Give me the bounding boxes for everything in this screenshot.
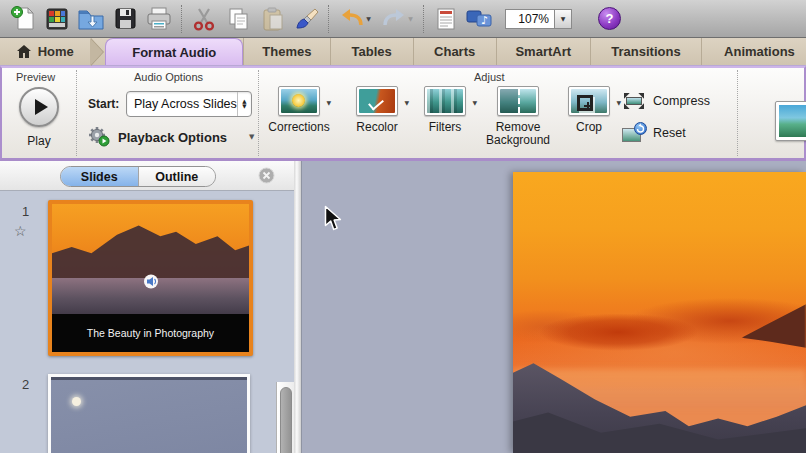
media-browser-icon: ♪ <box>465 6 495 32</box>
tab-transitions[interactable]: Transitions <box>590 38 701 65</box>
presentation-gallery-icon <box>44 6 70 32</box>
compress-button[interactable]: Compress <box>622 92 710 110</box>
close-icon <box>258 167 275 184</box>
audio-speaker-icon <box>143 274 159 289</box>
tab-label: Format Audio <box>132 45 216 60</box>
corrections-dropdown-arrow[interactable]: ▼ <box>326 99 331 106</box>
zoom-dropdown-button[interactable]: ▼ <box>555 9 572 29</box>
view-toggle: Slides Outline <box>60 166 216 187</box>
outline-toggle-label: Outline <box>155 170 198 184</box>
remove-background-label: Remove Background <box>481 121 555 147</box>
compress-icon <box>622 92 646 110</box>
standard-toolbar: ▼ ▼ ♪ 107% ▼ ? <box>0 0 806 38</box>
print-button[interactable] <box>142 3 176 35</box>
format-painter-button[interactable] <box>289 3 323 35</box>
crop-dropdown-arrow[interactable]: ▼ <box>616 99 621 106</box>
play-button[interactable] <box>19 87 59 127</box>
cut-scissors-icon <box>191 6 217 32</box>
tab-smartart[interactable]: SmartArt <box>496 38 590 65</box>
group-label-adjust: Adjust <box>474 71 505 83</box>
redo-dropdown-arrow[interactable]: ▼ <box>408 15 413 22</box>
copy-button[interactable] <box>221 3 255 35</box>
tab-format-audio[interactable]: Format Audio <box>105 38 243 65</box>
slides-scrollbar[interactable] <box>276 382 294 453</box>
slide-thumbnails-pane: 1 ☆ The Beauty in Photography 2 <box>0 191 294 453</box>
mouse-cursor <box>324 205 343 233</box>
cut-button[interactable] <box>187 3 221 35</box>
filters-button[interactable]: ▼ Filters <box>410 86 480 134</box>
slides-toggle-label: Slides <box>81 170 118 184</box>
ribbon-group-separator <box>76 70 77 156</box>
slide2-number: 2 <box>22 377 29 392</box>
recolor-button[interactable]: ▼ Recolor <box>342 86 412 134</box>
paste-button[interactable] <box>255 3 289 35</box>
close-panel-button[interactable] <box>258 167 275 184</box>
tab-themes[interactable]: Themes <box>243 38 330 65</box>
tab-label: SmartArt <box>515 44 571 59</box>
slide1-caption: The Beauty in Photography <box>87 327 214 339</box>
reset-button[interactable]: Reset <box>622 124 686 142</box>
playback-dropdown-arrow: ▼ <box>249 133 254 141</box>
group-label-preview: Preview <box>16 71 55 83</box>
sunset-picture[interactable] <box>513 172 806 453</box>
tab-outline-view[interactable]: Outline <box>138 167 216 186</box>
tab-animations[interactable]: Animations <box>701 38 806 65</box>
undo-dropdown-arrow[interactable]: ▼ <box>366 15 371 22</box>
filters-dropdown-arrow[interactable]: ▼ <box>472 99 477 106</box>
start-dropdown[interactable]: Play Across Slides ▲▼ <box>126 91 252 117</box>
show-formatting-button[interactable] <box>429 3 463 35</box>
tab-home[interactable]: Home <box>0 38 90 65</box>
slide1-caption-band: The Beauty in Photography <box>52 314 249 352</box>
reset-icon <box>622 124 646 142</box>
format-audio-ribbon: Preview Audio Options Adjust Play Start:… <box>0 66 806 161</box>
help-button[interactable]: ? <box>598 7 621 30</box>
filter-stripes-icon <box>427 89 463 113</box>
redo-icon <box>381 7 407 31</box>
tab-tables[interactable]: Tables <box>330 38 413 65</box>
reset-arrow-icon <box>634 122 647 135</box>
slide1-sky <box>52 204 249 281</box>
filters-thumbnail-icon: ▼ <box>424 86 466 116</box>
ribbon-group-separator <box>737 70 738 156</box>
recolor-label: Recolor <box>356 121 397 134</box>
panel-splitter[interactable] <box>294 161 302 453</box>
moon-icon <box>72 397 81 406</box>
toolbar-separator <box>328 5 329 33</box>
zoom-value-field[interactable]: 107% <box>505 9 555 29</box>
redo-button[interactable]: ▼ <box>376 3 418 35</box>
new-document-button[interactable] <box>6 3 40 35</box>
undo-button[interactable]: ▼ <box>334 3 376 35</box>
slide2-thumbnail[interactable] <box>48 374 250 453</box>
playback-options-label: Playback Options <box>118 130 227 145</box>
corrections-thumbnail-icon: ▼ <box>278 86 320 116</box>
recolor-dropdown-arrow[interactable]: ▼ <box>404 99 409 106</box>
picture-style-thumbnail[interactable] <box>775 101 806 141</box>
play-button-label: Play <box>2 134 76 148</box>
open-folder-icon <box>77 6 105 32</box>
tab-label: Animations <box>724 44 795 59</box>
tab-slides-view[interactable]: Slides <box>61 167 138 186</box>
stepper-icon[interactable]: ▲▼ <box>237 92 251 116</box>
save-button[interactable] <box>108 3 142 35</box>
open-button[interactable] <box>74 3 108 35</box>
slides-scrollbar-thumb[interactable] <box>280 387 292 453</box>
crop-button[interactable]: ▼ Crop <box>554 86 624 134</box>
copy-icon <box>226 6 251 32</box>
corrections-button[interactable]: ▼ Corrections <box>264 86 334 134</box>
tab-charts[interactable]: Charts <box>413 38 496 65</box>
presentation-gallery-button[interactable] <box>40 3 74 35</box>
media-browser-button[interactable]: ♪ <box>463 3 497 35</box>
slide1-thumbnail[interactable]: The Beauty in Photography <box>48 200 253 356</box>
tab-label: Tables <box>352 44 392 59</box>
slide-editing-canvas[interactable] <box>302 161 806 453</box>
sun-icon <box>292 94 305 107</box>
playback-options-button[interactable]: Playback Options ▼ <box>88 126 254 148</box>
remove-background-button[interactable]: Remove Background <box>483 86 553 147</box>
reset-label: Reset <box>653 126 686 140</box>
transition-star-icon: ☆ <box>14 223 27 239</box>
paste-clipboard-icon <box>260 6 284 32</box>
crop-label: Crop <box>576 121 602 134</box>
slides-panel-header: Slides Outline <box>0 161 294 191</box>
group-label-audio-options: Audio Options <box>134 71 203 83</box>
start-dropdown-value: Play Across Slides <box>127 97 237 111</box>
